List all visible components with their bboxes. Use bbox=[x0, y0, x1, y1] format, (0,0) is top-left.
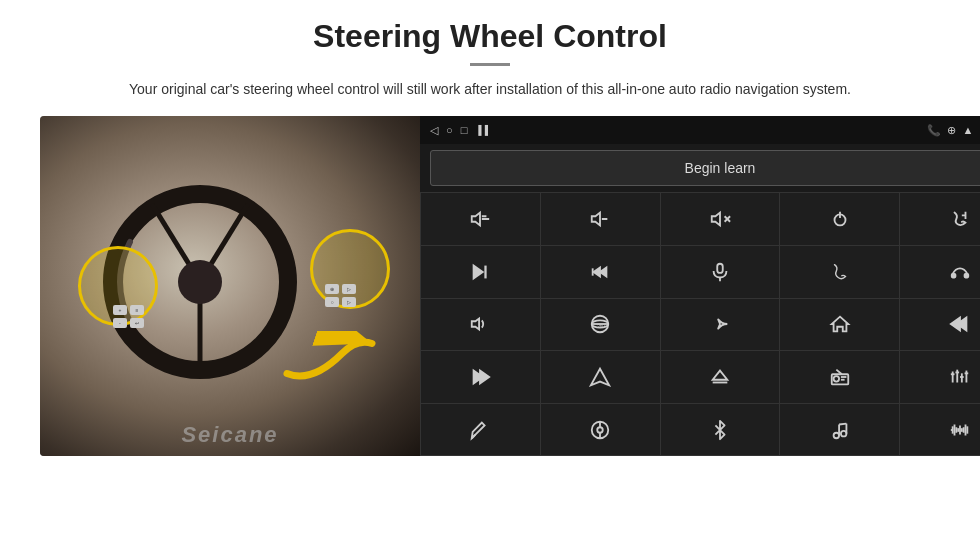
page-title: Steering Wheel Control bbox=[313, 18, 667, 55]
page-container: Steering Wheel Control Your original car… bbox=[0, 0, 980, 548]
svg-marker-11 bbox=[712, 213, 720, 226]
mic-icon bbox=[709, 261, 731, 283]
right-btn-row-2: ○ ▷ bbox=[325, 297, 356, 307]
home-icon[interactable]: ○ bbox=[446, 124, 453, 136]
left-btn-back: ↩ bbox=[130, 318, 144, 328]
svg-marker-21 bbox=[600, 267, 606, 276]
steering-ctrl-icon bbox=[589, 419, 611, 441]
svg-marker-26 bbox=[472, 319, 479, 330]
sound-icon bbox=[469, 313, 491, 335]
svg-marker-6 bbox=[472, 213, 480, 226]
radio-icon bbox=[829, 366, 851, 388]
call-button[interactable] bbox=[780, 246, 899, 298]
pen-icon bbox=[469, 419, 491, 441]
title-divider bbox=[470, 63, 510, 66]
svg-rect-24 bbox=[951, 274, 955, 278]
music-button[interactable] bbox=[780, 404, 899, 456]
ff-next-icon bbox=[589, 261, 611, 283]
pen-button[interactable] bbox=[421, 404, 540, 456]
back-icon[interactable]: ◁ bbox=[430, 124, 438, 137]
left-btn-plus: + bbox=[113, 305, 127, 315]
power-button[interactable] bbox=[780, 193, 899, 245]
location-status-icon: ⊕ bbox=[947, 124, 956, 137]
skip-back-icon bbox=[949, 313, 971, 335]
svg-point-54 bbox=[597, 427, 603, 433]
left-btn-icon: ≡ bbox=[130, 305, 144, 315]
svg-text:360: 360 bbox=[597, 324, 605, 329]
home-nav-button[interactable] bbox=[780, 299, 899, 351]
mute-icon bbox=[709, 208, 731, 230]
home-icon bbox=[829, 313, 851, 335]
bluetooth-button[interactable] bbox=[661, 404, 780, 456]
yellow-arrow bbox=[282, 331, 382, 405]
eject-icon bbox=[709, 366, 731, 388]
svg-marker-17 bbox=[474, 265, 483, 278]
power-icon bbox=[829, 208, 851, 230]
left-buttons: + ≡ - ↩ bbox=[88, 277, 168, 357]
bluetooth-icon bbox=[709, 419, 731, 441]
fast-fwd2-icon bbox=[469, 366, 491, 388]
android-panel: ◁ ○ □ ▐▐ 📞 ⊕ ▲ 15:52 Begin learn bbox=[420, 116, 980, 456]
mic-button[interactable] bbox=[661, 246, 780, 298]
svg-marker-37 bbox=[713, 371, 728, 380]
left-button-cluster-circle: + ≡ - ↩ bbox=[78, 246, 158, 326]
ff-next-button[interactable] bbox=[541, 246, 660, 298]
waveform-button[interactable] bbox=[900, 404, 980, 456]
svg-rect-25 bbox=[964, 274, 968, 278]
left-btn-row-2: - ↩ bbox=[113, 318, 144, 328]
vol-down-button[interactable] bbox=[541, 193, 660, 245]
recents-icon[interactable]: □ bbox=[461, 124, 468, 136]
navigation-button[interactable] bbox=[541, 351, 660, 403]
wifi-status-icon: ▲ bbox=[962, 124, 973, 136]
call-icon bbox=[829, 261, 851, 283]
sound-settings-button[interactable] bbox=[421, 299, 540, 351]
arrow-svg bbox=[282, 331, 382, 401]
status-bar: ◁ ○ □ ▐▐ 📞 ⊕ ▲ 15:52 bbox=[420, 116, 980, 144]
left-btn-minus: - bbox=[113, 318, 127, 328]
mute-button[interactable] bbox=[661, 193, 780, 245]
steering-ctrl-button[interactable] bbox=[541, 404, 660, 456]
svg-point-40 bbox=[833, 376, 839, 382]
eject-button[interactable] bbox=[661, 351, 780, 403]
right-btn-row-1: ⊕ ▷ bbox=[325, 284, 356, 294]
end-call-button[interactable] bbox=[900, 246, 980, 298]
back-nav-button[interactable] bbox=[661, 299, 780, 351]
svg-line-61 bbox=[839, 423, 846, 424]
phone-status-icon: 📞 bbox=[927, 124, 941, 137]
svg-marker-35 bbox=[480, 371, 489, 384]
begin-learn-button[interactable]: Begin learn bbox=[430, 150, 980, 186]
radio-button[interactable] bbox=[780, 351, 899, 403]
eq-icon bbox=[949, 366, 971, 388]
music-icon bbox=[829, 419, 851, 441]
call-prev-icon bbox=[949, 208, 971, 230]
end-call-icon bbox=[949, 261, 971, 283]
signal-bars-icon: ▐▐ bbox=[475, 125, 488, 135]
navigation-icon bbox=[589, 366, 611, 388]
call-prev-button[interactable] bbox=[900, 193, 980, 245]
svg-point-4 bbox=[178, 260, 222, 304]
right-btn-mode: ⊕ bbox=[325, 284, 339, 294]
eq-button[interactable] bbox=[900, 351, 980, 403]
status-right: 📞 ⊕ ▲ 15:52 bbox=[927, 123, 980, 137]
right-btn-arrow: ▷ bbox=[342, 284, 356, 294]
vol-up-button[interactable] bbox=[421, 193, 540, 245]
fast-fwd2-button[interactable] bbox=[421, 351, 540, 403]
content-row: + ≡ - ↩ ⊕ ▷ ○ bbox=[40, 116, 940, 456]
left-btn-row-1: + ≡ bbox=[113, 305, 144, 315]
vol-down-icon bbox=[589, 208, 611, 230]
icon-grid: 360 bbox=[420, 192, 980, 456]
right-btn-circle: ○ bbox=[325, 297, 339, 307]
360-icon: 360 bbox=[589, 313, 611, 335]
back-nav-icon bbox=[709, 313, 731, 335]
360-view-button[interactable]: 360 bbox=[541, 299, 660, 351]
svg-marker-31 bbox=[832, 317, 849, 332]
steering-wheel-image: + ≡ - ↩ ⊕ ▷ ○ bbox=[40, 116, 420, 456]
skip-fwd-button[interactable] bbox=[421, 246, 540, 298]
right-buttons: ⊕ ▷ ○ ▷ bbox=[301, 256, 381, 336]
skip-back-button[interactable] bbox=[900, 299, 980, 351]
vol-up-icon bbox=[469, 208, 491, 230]
svg-rect-22 bbox=[717, 264, 723, 273]
svg-marker-9 bbox=[592, 213, 600, 226]
svg-marker-33 bbox=[950, 318, 959, 331]
right-btn-x: ▷ bbox=[342, 297, 356, 307]
